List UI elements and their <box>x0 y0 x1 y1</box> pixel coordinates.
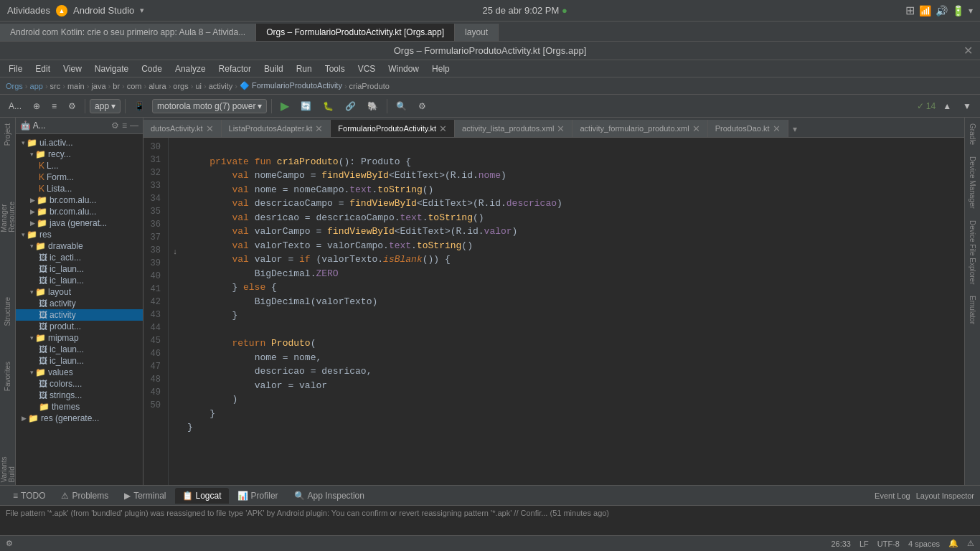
run-button[interactable]: ▶ <box>276 98 293 114</box>
tree-item-ic-laun-4[interactable]: 🖼 ic_laun... <box>16 355 143 367</box>
menu-edit[interactable]: Edit <box>29 62 56 75</box>
encoding[interactable]: UTF-8 <box>877 540 900 548</box>
bottom-tab-problems[interactable]: ⚠ Problems <box>54 488 116 504</box>
window-tab-0[interactable]: Android com Kotlin: crie o seu primeiro … <box>0 24 256 41</box>
tree-item-activity-2[interactable]: 🖼 activity <box>16 309 143 321</box>
tree-item-drawable[interactable]: ▾ 📁 drawable <box>16 240 143 252</box>
toolbar-btn-sync[interactable]: ⊕ <box>29 100 44 113</box>
breadcrumb-src[interactable]: src <box>50 82 61 90</box>
breadcrumb-activity[interactable]: activity <box>209 82 233 90</box>
event-log-btn[interactable]: Event Log <box>875 491 910 500</box>
project-label[interactable]: Project <box>2 121 13 149</box>
favorites-label[interactable]: Favorites <box>2 359 13 394</box>
menu-navigate[interactable]: Navigate <box>89 62 134 75</box>
layout-inspector-btn[interactable]: Layout Inspector <box>916 491 974 500</box>
menu-refactor[interactable]: Refactor <box>213 62 257 75</box>
menu-file[interactable]: File <box>3 62 28 75</box>
breadcrumb-method[interactable]: criaProduto <box>349 82 390 90</box>
breadcrumb-main[interactable]: main <box>67 82 85 90</box>
search-everywhere[interactable]: 🔍 <box>392 100 411 113</box>
breadcrumb-alura[interactable]: alura <box>149 82 166 90</box>
tree-item-ic-laun-2[interactable]: 🖼 ic_laun... <box>16 275 143 286</box>
menu-help[interactable]: Help <box>426 62 456 75</box>
breadcrumb-java[interactable]: java <box>91 82 105 90</box>
editor-tab-3[interactable]: activity_lista_produtos.xml ✕ <box>455 120 573 137</box>
breadcrumb-class[interactable]: 🔷 FormularioProdutoActivity <box>240 81 342 90</box>
toolbar-btn-gear[interactable]: ⚙ <box>64 100 80 113</box>
menu-build[interactable]: Build <box>258 62 289 75</box>
bottom-tab-terminal[interactable]: ▶ Terminal <box>117 488 173 504</box>
editor-tab-5[interactable]: ProdutosDao.kt ✕ <box>708 120 788 137</box>
tree-item-br-com-1[interactable]: ▶ 📁 br.com.alu... <box>16 194 143 206</box>
breadcrumb-br[interactable]: br <box>113 82 120 90</box>
breadcrumb-orgs2[interactable]: orgs <box>173 82 188 90</box>
settings-button[interactable]: ⚙ <box>414 100 430 113</box>
tree-item-ic-acti[interactable]: 🖼 ic_acti... <box>16 252 143 263</box>
close-button[interactable]: ✕ <box>963 44 973 57</box>
line-separator[interactable]: LF <box>859 540 869 548</box>
indent[interactable]: 4 spaces <box>908 540 940 548</box>
notifications-icon[interactable]: 🔔 <box>948 539 958 548</box>
bottom-tab-profiler[interactable]: 📊 Profiler <box>230 488 286 504</box>
tree-item-produt[interactable]: 🖼 produt... <box>16 321 143 332</box>
menu-view[interactable]: View <box>57 62 88 75</box>
tree-item-l[interactable]: K L... <box>16 160 143 171</box>
menu-code[interactable]: Code <box>136 62 168 75</box>
arrow-icon[interactable]: ▾ <box>969 6 973 16</box>
code-content[interactable]: private fun criaProduto(): Produto { val… <box>182 138 964 485</box>
tree-item-colors[interactable]: 🖼 colors.... <box>16 378 143 390</box>
right-tab-emulator[interactable]: Emulator <box>967 293 978 327</box>
breadcrumb-com[interactable]: com <box>127 82 142 90</box>
tree-item-res-generate[interactable]: ▶ 📁 res (generate... <box>16 413 143 424</box>
tree-item-mipmap[interactable]: ▾ 📁 mipmap <box>16 332 143 344</box>
editor-tab-4[interactable]: activity_formulario_produto.xml ✕ <box>573 120 707 137</box>
code-editor[interactable]: 30 31 32 33 34 35 36 37 38 39 40 41 42 4… <box>143 138 964 485</box>
tree-item-strings[interactable]: 🖼 strings... <box>16 390 143 401</box>
tree-item-br-com-2[interactable]: ▶ 📁 br.com.alu... <box>16 206 143 217</box>
structure-label[interactable]: Structure <box>2 294 13 329</box>
breadcrumb-app[interactable]: app <box>30 82 43 90</box>
device-dropdown[interactable]: motorola moto g(7) power ▾ <box>152 99 267 113</box>
right-tab-gradle[interactable]: Gradle <box>967 121 978 148</box>
tree-item-form[interactable]: K Form... <box>16 171 143 183</box>
window-tab-1[interactable]: Orgs – FormularioProdutoActivity.kt [Org… <box>256 24 455 41</box>
tab-close-0[interactable]: ✕ <box>206 123 214 134</box>
menu-tools[interactable]: Tools <box>319 62 351 75</box>
editor-tab-0[interactable]: dutosActivity.kt ✕ <box>143 120 222 137</box>
studio-dropdown-icon[interactable]: ▾ <box>140 6 144 15</box>
bottom-tab-todo[interactable]: ≡ TODO <box>6 488 52 504</box>
build-variants-label[interactable]: Build Variants <box>0 453 17 485</box>
tab-close-1[interactable]: ✕ <box>315 123 323 134</box>
attach-button[interactable]: 🔗 <box>341 100 360 113</box>
warning-icon[interactable]: ⚠ <box>967 539 974 548</box>
grid-icon[interactable]: ⊞ <box>905 4 915 17</box>
toolbar-btn-project[interactable]: A... <box>4 100 26 113</box>
breadcrumb-orgs[interactable]: Orgs <box>6 82 23 90</box>
run-config-dropdown[interactable]: app ▾ <box>90 99 121 113</box>
tree-item-values[interactable]: ▾ 📁 values <box>16 367 143 378</box>
tree-item-activity-1[interactable]: 🖼 activity <box>16 298 143 309</box>
tree-item-ic-laun-3[interactable]: 🖼 ic_laun... <box>16 344 143 355</box>
tree-item-lista[interactable]: K Lista... <box>16 183 143 194</box>
tab-close-5[interactable]: ✕ <box>773 123 781 134</box>
tree-item-layout[interactable]: ▾ 📁 layout <box>16 286 143 298</box>
project-collapse-icon[interactable]: — <box>130 121 138 131</box>
breadcrumb-ui[interactable]: ui <box>195 82 202 90</box>
sync-button[interactable]: 🔄 <box>296 100 316 113</box>
tree-item-themes[interactable]: 📁 themes <box>16 401 143 413</box>
project-list-icon[interactable]: ≡ <box>122 121 127 131</box>
project-gear-icon[interactable]: ⚙ <box>111 121 119 131</box>
tree-item-ic-laun-1[interactable]: 🖼 ic_laun... <box>16 263 143 275</box>
editor-tab-1[interactable]: ListaProdutosAdapter.kt ✕ <box>222 120 331 137</box>
bottom-tab-logcat[interactable]: 📋 Logcat <box>175 488 229 504</box>
menu-window[interactable]: Window <box>382 62 425 75</box>
tab-close-4[interactable]: ✕ <box>692 123 700 134</box>
tab-close-3[interactable]: ✕ <box>557 123 565 134</box>
menu-analyze[interactable]: Analyze <box>169 62 212 75</box>
right-tab-device-file[interactable]: Device File Explorer <box>967 217 978 287</box>
bottom-tab-app-inspection[interactable]: 🔍 App Inspection <box>287 488 372 504</box>
tree-item-recy[interactable]: ▾ 📁 recy... <box>16 149 143 160</box>
tree-item-ui-activ[interactable]: ▾ 📁 ui.activ... <box>16 137 143 149</box>
window-tab-2[interactable]: layout <box>455 24 499 41</box>
tree-item-res[interactable]: ▾ 📁 res <box>16 229 143 240</box>
